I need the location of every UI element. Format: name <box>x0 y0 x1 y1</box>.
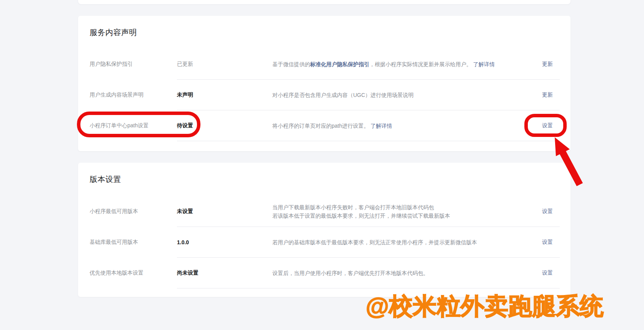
status-badge: 未声明 <box>177 92 272 98</box>
row-order-center-path: 小程序订单中心path设置 待设置 将小程序的订单页对应的path进行设置。了解… <box>78 110 571 141</box>
row-label: 基础库最低可用版本 <box>90 239 177 246</box>
previous-card-edge <box>78 0 571 4</box>
row-label: 小程序最低可用版本 <box>90 208 177 215</box>
set-local-priority-button[interactable]: 设置 <box>542 270 553 276</box>
settings-table: 用户隐私保护指引 已更新 基于微信提供的标准化用户隐私保护指引，根据小程序实际情… <box>78 49 571 141</box>
description-text: ，根据小程序实际情况更新并展示给用户。 <box>369 61 472 67</box>
description-text: 基于微信提供的 <box>272 61 310 67</box>
card-title: 版本设置 <box>90 174 121 185</box>
row-min-sdk-version: 基础库最低可用版本 1.0.0 若用户的基础库版本低于最低版本要求，则无法正常使… <box>78 227 571 258</box>
row-ugc-declaration: 用户生成内容场景声明 未声明 对小程序是否包含用户生成内容（UGC）进行使用场景… <box>78 80 571 110</box>
row-description: 当用户下载最新版本小程序失败时，客户端会打开本地旧版本代码包 若该版本低于设置的… <box>272 203 542 220</box>
row-label: 小程序订单中心path设置 <box>90 122 177 129</box>
status-badge: 1.0.0 <box>177 239 272 245</box>
row-label: 用户隐私保护指引 <box>90 61 177 68</box>
row-description: 对小程序是否包含用户生成内容（UGC）进行使用场景说明 <box>272 91 542 99</box>
row-min-available-version: 小程序最低可用版本 未设置 当用户下载最新版本小程序失败时，客户端会打开本地旧版… <box>78 196 571 227</box>
row-divider <box>177 141 560 141</box>
row-local-version-priority: 优先使用本地版本设置 尚未设置 设置后，当用户使用小程序时，客户端优先打开本地版… <box>78 258 571 288</box>
status-badge: 尚未设置 <box>177 270 272 277</box>
learn-more-link[interactable]: 了解详情 <box>370 123 392 129</box>
row-privacy-guideline: 用户隐私保护指引 已更新 基于微信提供的标准化用户隐私保护指引，根据小程序实际情… <box>78 49 571 80</box>
set-min-sdk-button[interactable]: 设置 <box>542 239 553 245</box>
status-badge: 待设置 <box>177 122 272 129</box>
card-version-settings: 版本设置 小程序最低可用版本 未设置 当用户下载最新版本小程序失败时，客户端会打… <box>78 163 571 297</box>
status-badge: 已更新 <box>177 61 272 68</box>
card-service-declaration: 服务内容声明 用户隐私保护指引 已更新 基于微信提供的标准化用户隐私保护指引，根… <box>78 16 571 151</box>
row-description: 设置后，当用户使用小程序时，客户端优先打开本地版本代码包。 <box>272 269 542 277</box>
description-text: 若该版本低于设置的最低版本要求，则无法打开，并继续尝试下载最新版本 <box>272 212 542 220</box>
watermark-text: @校米粒外卖跑腿系统 <box>366 293 604 319</box>
row-description: 若用户的基础库版本低于最低版本要求，则无法正常使用小程序，并提示更新微信版本 <box>272 238 542 247</box>
privacy-guideline-link[interactable]: 标准化用户隐私保护指引 <box>310 61 369 67</box>
set-min-version-button[interactable]: 设置 <box>542 208 553 214</box>
row-description: 将小程序的订单页对应的path进行设置。了解详情 <box>272 122 542 130</box>
row-label: 优先使用本地版本设置 <box>90 270 177 277</box>
status-badge: 未设置 <box>177 208 272 215</box>
description-text: 当用户下载最新版本小程序失败时，客户端会打开本地旧版本代码包 <box>272 203 542 212</box>
update-ugc-button[interactable]: 更新 <box>542 92 553 98</box>
description-text: 将小程序的订单页对应的path进行设置。 <box>272 123 369 129</box>
row-divider <box>177 288 560 288</box>
settings-table: 小程序最低可用版本 未设置 当用户下载最新版本小程序失败时，客户端会打开本地旧版… <box>78 196 571 288</box>
set-order-path-button[interactable]: 设置 <box>542 122 553 128</box>
card-title: 服务内容声明 <box>90 27 137 38</box>
update-privacy-button[interactable]: 更新 <box>542 61 553 67</box>
learn-more-link[interactable]: 了解详情 <box>473 61 495 67</box>
row-description: 基于微信提供的标准化用户隐私保护指引，根据小程序实际情况更新并展示给用户。了解详… <box>272 60 542 68</box>
row-label: 用户生成内容场景声明 <box>90 92 177 98</box>
